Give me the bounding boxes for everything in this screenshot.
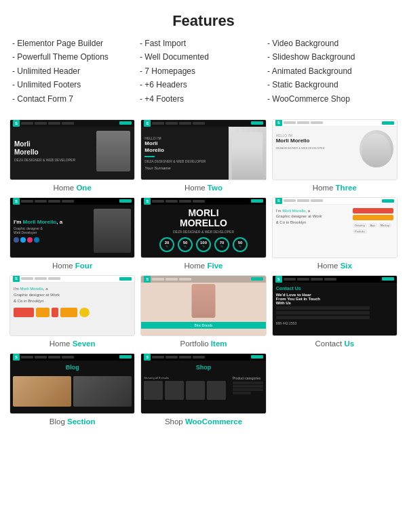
thumb-img-blog: S Blog xyxy=(9,353,135,414)
thumb-label-home-one: Home One xyxy=(54,184,92,192)
features-col-2: - Fast Import - Well Documented - 7 Home… xyxy=(140,37,267,106)
thumb-img-contact: S Contact Us We'd Love to HearFrom You G… xyxy=(272,275,398,336)
thumb-label-home-three: Home Three xyxy=(313,184,357,192)
thumb-label-portfolio: Portfolio Item xyxy=(180,340,227,348)
page-title: Features xyxy=(0,0,407,37)
thumbnails-grid: S MorliMorello DEZA DESIGNER & WEB DEVEL… xyxy=(0,117,407,435)
feature-item: - Slideshow Background xyxy=(267,50,395,64)
thumb-label-home-five: Home Five xyxy=(185,262,223,270)
thumb-label-blog: Blog Section xyxy=(50,417,96,426)
thumbnail-home-one[interactable]: S MorliMorello DEZA DESIGNER & WEB DEVEL… xyxy=(9,119,135,192)
thumb-label-contact: Contact Us xyxy=(315,340,355,348)
thumb-label-home-four: Home Four xyxy=(52,262,92,270)
thumb-img-portfolio: S Bloc Brands xyxy=(140,275,266,336)
thumb-img-shop: S Shop Showing all 8 results xyxy=(140,353,266,414)
thumb-label-home-seven: Home Seven xyxy=(50,340,96,348)
thumb-label-home-two: Home Two xyxy=(185,184,222,192)
thumbnail-home-two[interactable]: S HELLO I'M MorliMorello DEZA DESIGNER &… xyxy=(140,119,266,192)
feature-item: - +4 Footers xyxy=(140,92,267,106)
feature-item: - Powerfull Theme Options xyxy=(12,50,140,64)
thumbnail-contact-us[interactable]: S Contact Us We'd Love to HearFrom You G… xyxy=(272,275,398,348)
feature-item: - Unlimited Footers xyxy=(12,78,140,91)
thumbnail-home-seven[interactable]: S I'm Morli Morello, aGraphic designer a… xyxy=(9,275,135,348)
thumbnail-home-five[interactable]: S MORLIMORELLO DEZA DESIGNER & WEB DEVEL… xyxy=(140,197,266,270)
feature-item: - Well Documented xyxy=(140,50,267,64)
feature-item: - Contact Form 7 xyxy=(12,92,140,106)
thumbnail-home-six[interactable]: S I'm Morli Morello, aGraphic designer a… xyxy=(272,197,398,270)
feature-item: - Animated Background xyxy=(267,64,395,78)
feature-item: - Static Background xyxy=(267,78,395,91)
thumbnail-home-four[interactable]: S I'm Morli Morello, a Graphic designer … xyxy=(9,197,135,270)
thumb-label-shop: Shop WooCommerce xyxy=(165,417,242,426)
thumb-img-home-one: S MorliMorello DEZA DESIGNER & WEB DEVEL… xyxy=(9,119,135,180)
thumb-img-home-three: S HELLO I'M Morli Morello DEZA DESIGNER … xyxy=(272,119,398,180)
feature-item: - WooCommerce Shop xyxy=(267,92,395,106)
feature-item: - Unlimited Header xyxy=(12,64,140,78)
feature-item: - +6 Headers xyxy=(140,78,267,91)
feature-item: - Video Background xyxy=(267,37,395,50)
features-col-3: - Video Background - Slideshow Backgroun… xyxy=(267,37,395,106)
thumb-img-home-six: S I'm Morli Morello, aGraphic designer a… xyxy=(272,197,398,258)
thumbnail-shop-woocommerce[interactable]: S Shop Showing all 8 results xyxy=(140,353,266,426)
thumbnail-home-three[interactable]: S HELLO I'M Morli Morello DEZA DESIGNER … xyxy=(272,119,398,192)
thumb-img-home-seven: S I'm Morli Morello, aGraphic designer a… xyxy=(9,275,135,336)
features-col-1: - Elementor Page Builder - Powerfull The… xyxy=(12,37,140,106)
thumb-label-home-six: Home Six xyxy=(317,262,352,270)
thumb-img-home-five: S MORLIMORELLO DEZA DESIGNER & WEB DEVEL… xyxy=(140,197,266,258)
thumb-img-home-two: S HELLO I'M MorliMorello DEZA DESIGNER &… xyxy=(140,119,266,180)
thumb-img-home-four: S I'm Morli Morello, a Graphic designer … xyxy=(9,197,135,258)
feature-item: - Elementor Page Builder xyxy=(12,37,140,50)
thumbnail-blog-section[interactable]: S Blog Blog Section xyxy=(9,353,135,426)
feature-item: - Fast Import xyxy=(140,37,267,50)
thumbnail-portfolio-item[interactable]: S Bloc Brands Portfolio Item xyxy=(140,275,266,348)
features-section: - Elementor Page Builder - Powerfull The… xyxy=(0,37,407,117)
feature-item: - 7 Homepages xyxy=(140,64,267,78)
